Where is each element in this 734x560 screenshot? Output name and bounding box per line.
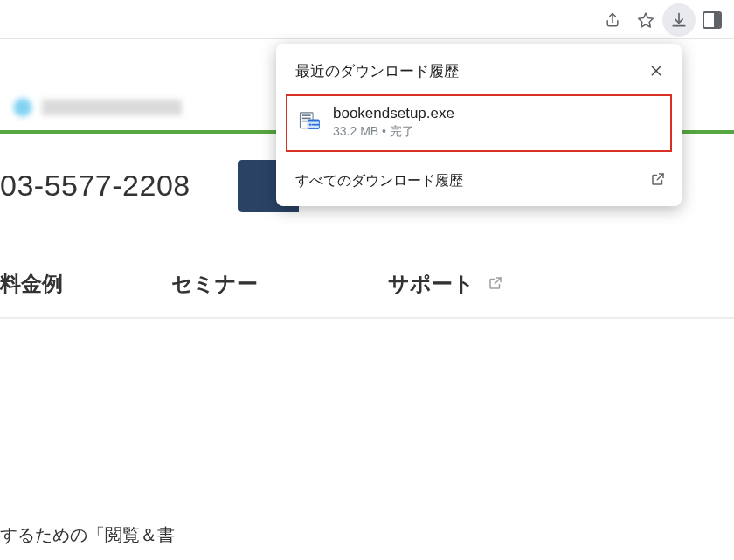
svg-rect-2: [302, 114, 311, 116]
external-link-icon: [488, 272, 503, 296]
all-downloads-label: すべてのダウンロード履歴: [295, 172, 463, 190]
svg-rect-7: [311, 124, 319, 126]
nav-item-pricing[interactable]: 料金例: [0, 270, 63, 298]
svg-rect-6: [308, 120, 319, 121]
download-item[interactable]: bookendsetup.exe 33.2 MB • 完了: [286, 94, 672, 152]
nav-divider: [0, 317, 734, 319]
svg-point-8: [309, 124, 311, 126]
phone-number: 03-5577-2208: [0, 169, 190, 203]
downloads-icon[interactable]: [662, 3, 696, 37]
close-button[interactable]: [643, 58, 669, 84]
browser-toolbar: [0, 0, 734, 39]
open-in-new-icon: [650, 171, 666, 190]
downloads-popup-title: 最近のダウンロード履歴: [295, 61, 459, 81]
site-logo: [12, 93, 184, 121]
download-status: 33.2 MB • 完了: [333, 124, 660, 140]
downloads-popup: 最近のダウンロード履歴 bookendsetup.exe 33.2 MB • 完…: [276, 44, 682, 206]
nav-item-seminar[interactable]: セミナー: [171, 270, 258, 298]
download-filename: bookendsetup.exe: [333, 105, 660, 122]
star-icon[interactable]: [629, 3, 662, 37]
side-panel-icon[interactable]: [696, 3, 729, 37]
nav-item-support-label: サポート: [388, 272, 474, 295]
svg-rect-3: [302, 118, 311, 120]
svg-marker-0: [639, 13, 654, 27]
svg-rect-4: [302, 121, 308, 122]
body-text-snippet: するための「閲覧＆書: [0, 523, 175, 547]
share-icon[interactable]: [596, 3, 629, 37]
all-downloads-link[interactable]: すべてのダウンロード履歴: [276, 159, 682, 206]
installer-file-icon: [298, 108, 321, 131]
nav-item-support[interactable]: サポート: [388, 270, 503, 298]
